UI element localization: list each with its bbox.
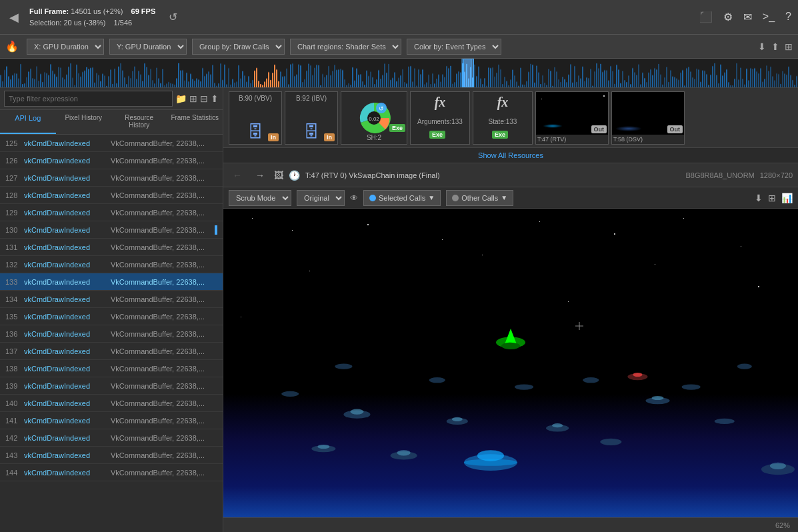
resource-label-vbv: B:90 (VBV) bbox=[239, 95, 272, 102]
sub-tabs: API Log Pixel History Resource History F… bbox=[0, 110, 223, 135]
shader-label: SH:2 bbox=[341, 134, 407, 141]
svg-point-6 bbox=[501, 343, 520, 349]
table-row[interactable]: 140 vkCmdDrawIndexed VkCommandBuffer, 22… bbox=[0, 395, 223, 412]
resource-item-dsv[interactable]: T:58 (DSV) Out bbox=[611, 91, 685, 145]
selected-calls-button[interactable]: Selected Calls ▼ bbox=[363, 190, 441, 206]
table-row[interactable]: 137 vkCmdDrawIndexed VkCommandBuffer, 22… bbox=[0, 343, 223, 360]
table-row[interactable]: 131 vkCmdDrawIndexed VkCommandBuffer, 22… bbox=[0, 239, 223, 256]
table-row-selected[interactable]: 133 vkCmdDrawIndexed VkCommandBuffer, 22… bbox=[0, 273, 223, 291]
star bbox=[758, 286, 759, 287]
tree-expand-icon[interactable]: ⊞ bbox=[189, 93, 197, 104]
original-select[interactable]: Original bbox=[297, 190, 345, 206]
table-row[interactable]: 136 vkCmdDrawIndexed VkCommandBuffer, 22… bbox=[0, 325, 223, 343]
table-row[interactable]: 130 vkCmdDrawIndexed VkCommandBuffer, 22… bbox=[0, 221, 223, 239]
show-all-resources-button[interactable]: Show All Resources bbox=[223, 148, 798, 163]
table-row[interactable]: 135 vkCmdDrawIndexed VkCommandBuffer, 22… bbox=[0, 308, 223, 325]
table-row[interactable]: 134 vkCmdDrawIndexed VkCommandBuffer, 22… bbox=[0, 291, 223, 308]
full-frame-value: 14501 us (+2%) bbox=[71, 7, 123, 15]
tab-resource-history[interactable]: Resource History bbox=[111, 110, 167, 134]
settings-icon[interactable]: ⚙ bbox=[723, 11, 733, 23]
mail-icon[interactable]: ✉ bbox=[743, 11, 752, 23]
terminal-icon[interactable]: >_ bbox=[763, 11, 775, 23]
filter-input[interactable] bbox=[4, 91, 173, 107]
export-list-icon[interactable]: ⬆ bbox=[211, 93, 219, 104]
svg-point-18 bbox=[715, 419, 735, 424]
selection-value: 20 us (-38%) bbox=[63, 19, 105, 27]
help-icon[interactable]: ? bbox=[785, 11, 791, 23]
nav-back-button[interactable]: ← bbox=[229, 169, 246, 182]
star bbox=[614, 233, 615, 235]
resource-bar: B:90 (VBV) 🗄 In B:92 (IBV) 🗄 In SH:2 bbox=[223, 88, 798, 148]
chart-icon[interactable]: 📊 bbox=[781, 193, 793, 203]
row-marker bbox=[215, 225, 217, 235]
game-scene bbox=[223, 209, 798, 517]
badge-out-dsv: Out bbox=[667, 125, 683, 133]
download-icon[interactable]: ⬇ bbox=[755, 193, 763, 203]
timeline-highlight bbox=[463, 59, 474, 87]
badge-in-ibv: In bbox=[324, 133, 335, 141]
svg-text:↺: ↺ bbox=[379, 105, 384, 112]
star bbox=[442, 239, 443, 240]
resource-item-shader[interactable]: SH:2 0,02 ↺ Exe bbox=[341, 91, 407, 145]
scrub-mode-select[interactable]: Scrub Mode bbox=[229, 190, 291, 206]
timeline-canvas[interactable] bbox=[0, 59, 798, 87]
chart-regions-select[interactable]: Chart regions: Shader Sets bbox=[290, 39, 401, 55]
export-grid-icon[interactable]: ⊞ bbox=[785, 41, 793, 52]
table-row[interactable]: 141 vkCmdDrawIndexed VkCommandBuffer, 22… bbox=[0, 412, 223, 429]
table-row[interactable]: 144 vkCmdDrawIndexed VkCommandBuffer, 22… bbox=[0, 464, 223, 481]
tab-pixel-history[interactable]: Pixel History bbox=[56, 110, 112, 134]
resource-item-state[interactable]: fx State:133 Exe bbox=[473, 91, 533, 145]
table-row[interactable]: 132 vkCmdDrawIndexed VkCommandBuffer, 22… bbox=[0, 256, 223, 273]
export-up-icon[interactable]: ⬆ bbox=[771, 41, 779, 52]
svg-point-24 bbox=[627, 373, 647, 380]
svg-point-32 bbox=[583, 377, 599, 383]
reset-button[interactable]: ↺ bbox=[166, 8, 180, 26]
table-row[interactable]: 126 vkCmdDrawIndexed VkCommandBuffer, 22… bbox=[0, 152, 223, 169]
star bbox=[309, 271, 310, 271]
table-row[interactable]: 143 vkCmdDrawIndexed VkCommandBuffer, 22… bbox=[0, 447, 223, 464]
dsv-label: T:58 (DSV) bbox=[612, 135, 684, 144]
svg-point-27 bbox=[770, 463, 786, 469]
svg-point-22 bbox=[391, 451, 417, 459]
svg-point-11 bbox=[350, 409, 363, 414]
tab-frame-statistics[interactable]: Frame Statistics bbox=[167, 110, 223, 134]
nav-forward-button[interactable]: → bbox=[251, 169, 269, 182]
table-row[interactable]: 129 vkCmdDrawIndexed VkCommandBuffer, 22… bbox=[0, 204, 223, 221]
export-down-icon[interactable]: ⬇ bbox=[758, 41, 766, 52]
table-row[interactable]: 138 vkCmdDrawIndexed VkCommandBuffer, 22… bbox=[0, 360, 223, 377]
buffer-icon: 🗄 bbox=[247, 123, 263, 141]
other-calls-button[interactable]: Other Calls ▼ bbox=[446, 190, 513, 206]
table-row[interactable]: 127 vkCmdDrawIndexed VkCommandBuffer, 22… bbox=[0, 169, 223, 187]
clock-icon[interactable]: 🕐 bbox=[289, 170, 300, 181]
table-row[interactable]: 125 vkCmdDrawIndexed VkCommandBuffer, 22… bbox=[0, 135, 223, 152]
table-row[interactable]: 142 vkCmdDrawIndexed VkCommandBuffer, 22… bbox=[0, 429, 223, 447]
api-list[interactable]: 125 vkCmdDrawIndexed VkCommandBuffer, 22… bbox=[0, 135, 223, 532]
selected-calls-label: Selected Calls bbox=[379, 194, 425, 202]
table-row[interactable]: 139 vkCmdDrawIndexed VkCommandBuffer, 22… bbox=[0, 377, 223, 395]
resource-item-rtv[interactable]: T:47 (RTV) Out bbox=[535, 91, 609, 145]
table-row[interactable]: 128 vkCmdDrawIndexed VkCommandBuffer, 22… bbox=[0, 187, 223, 204]
panel-icon[interactable]: ⬛ bbox=[699, 11, 713, 23]
svg-point-12 bbox=[645, 397, 669, 404]
timeline[interactable] bbox=[0, 59, 798, 88]
resource-item-args[interactable]: fx Arguments:133 Exe bbox=[410, 91, 470, 145]
resource-dimensions: 1280×720 bbox=[760, 171, 793, 179]
resource-item-ibv[interactable]: B:92 (IBV) 🗄 In bbox=[285, 91, 338, 145]
star bbox=[683, 218, 684, 219]
canvas-area[interactable] bbox=[223, 209, 798, 517]
resource-item-vbv[interactable]: B:90 (VBV) 🗄 In bbox=[229, 91, 282, 145]
y-axis-select[interactable]: Y: GPU Duration bbox=[109, 39, 187, 55]
svg-point-33 bbox=[737, 364, 752, 369]
tab-api-log[interactable]: API Log bbox=[0, 110, 56, 134]
fx-icon-state: fx bbox=[497, 95, 509, 110]
grid-icon[interactable]: ⊞ bbox=[768, 193, 776, 203]
viewer-toolbar: ← → 🖼 🕐 T:47 (RTV 0) VkSwapChain image (… bbox=[223, 163, 798, 187]
back-button[interactable]: ◀ bbox=[7, 7, 21, 27]
folder-icon[interactable]: 📁 bbox=[175, 93, 187, 104]
x-axis-select[interactable]: X: GPU Duration bbox=[27, 39, 104, 55]
photo-icon[interactable]: 🖼 bbox=[274, 170, 283, 181]
group-by-select[interactable]: Group by: Draw Calls bbox=[192, 39, 285, 55]
tree-collapse-icon[interactable]: ⊟ bbox=[200, 93, 208, 104]
color-by-select[interactable]: Color by: Event Types bbox=[407, 39, 501, 55]
svg-point-14 bbox=[447, 418, 468, 425]
